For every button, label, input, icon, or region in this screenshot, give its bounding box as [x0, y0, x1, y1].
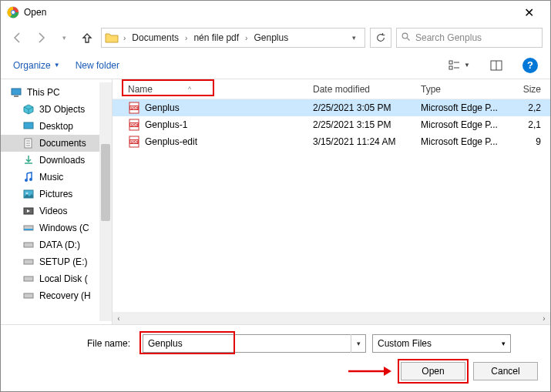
svg-point-3 — [402, 33, 408, 39]
scrollbar-thumb[interactable] — [101, 144, 110, 221]
view-options-button[interactable]: ▼ — [449, 56, 470, 75]
videos-icon — [22, 205, 35, 217]
svg-rect-20 — [24, 276, 33, 281]
tree-this-pc[interactable]: This PC — [1, 84, 112, 101]
svg-rect-7 — [12, 89, 21, 95]
filename-label: File name: — [13, 338, 136, 349]
tree-documents[interactable]: Documents — [1, 135, 112, 152]
up-button[interactable] — [78, 28, 96, 47]
column-headers[interactable]: Name^ Date modified Type Size — [113, 79, 550, 99]
drive-icon — [22, 222, 35, 234]
svg-text:PDF: PDF — [130, 106, 138, 110]
file-row[interactable]: PDFGenplus-1 2/25/2021 3:15 PM Microsoft… — [113, 116, 550, 133]
tree-desktop[interactable]: Desktop — [1, 118, 112, 135]
tree-data-d[interactable]: DATA (D:) — [1, 236, 112, 253]
pdf-icon: PDF — [128, 136, 140, 148]
organize-button[interactable]: Organize▼ — [13, 60, 60, 71]
tree-3d-objects[interactable]: 3D Objects — [1, 101, 112, 118]
column-size[interactable]: Size — [513, 84, 550, 95]
tree-pictures[interactable]: Pictures — [1, 186, 112, 203]
svg-rect-9 — [24, 122, 33, 129]
chevron-right-icon[interactable]: › — [183, 34, 189, 42]
svg-rect-21 — [24, 293, 33, 298]
tree-setup-e[interactable]: SETUP (E:) — [1, 253, 112, 270]
folder-icon — [105, 31, 119, 45]
refresh-button[interactable] — [370, 28, 391, 48]
svg-rect-17 — [24, 229, 33, 230]
breadcrumb-current[interactable]: Genplus — [252, 32, 290, 43]
pc-icon — [10, 86, 22, 99]
chevron-down-icon: ▾ — [502, 340, 506, 347]
help-button[interactable]: ? — [522, 58, 538, 73]
horizontal-scrollbar[interactable]: ‹ › — [113, 312, 550, 324]
chevron-down-icon: ▼ — [464, 62, 470, 69]
svg-point-11 — [25, 179, 28, 182]
file-list[interactable]: PDFGenplus 2/25/2021 3:05 PM Microsoft E… — [113, 99, 550, 312]
svg-rect-8 — [14, 95, 18, 97]
pictures-icon — [22, 188, 35, 200]
downloads-icon — [22, 154, 35, 166]
file-row[interactable]: PDFGenplus 2/25/2021 3:05 PM Microsoft E… — [113, 99, 550, 116]
forward-button[interactable] — [32, 28, 50, 47]
sort-asc-icon: ^ — [188, 85, 191, 93]
breadcrumb-folder[interactable]: nén file pdf — [192, 32, 240, 43]
column-date[interactable]: Date modified — [313, 84, 421, 95]
address-dropdown-icon[interactable]: ▾ — [346, 30, 361, 45]
annotation-arrow — [347, 364, 393, 379]
column-type[interactable]: Type — [421, 84, 513, 95]
chevron-down-icon: ▼ — [54, 62, 60, 69]
column-name[interactable]: Name^ — [113, 84, 313, 95]
address-bar[interactable]: › Documents › nén file pdf › Genplus ▾ — [101, 28, 365, 48]
file-row[interactable]: PDFGenplus-edit 3/15/2021 11:24 AM Micro… — [113, 133, 550, 150]
file-type-filter[interactable]: Custom Files▾ — [372, 334, 511, 353]
preview-pane-button[interactable] — [485, 56, 507, 75]
chevron-right-icon[interactable]: › — [244, 34, 249, 42]
svg-point-2 — [12, 11, 15, 14]
drive-icon — [22, 290, 35, 302]
svg-rect-19 — [24, 260, 33, 264]
music-icon — [22, 171, 35, 183]
dialog-title: Open — [24, 7, 46, 18]
new-folder-button[interactable]: New folder — [76, 60, 119, 71]
pdf-icon: PDF — [128, 119, 140, 131]
close-button[interactable]: ✕ — [513, 2, 544, 23]
svg-text:PDF: PDF — [130, 122, 138, 127]
tree-downloads[interactable]: Downloads — [1, 152, 112, 169]
tree-scrollbar[interactable] — [99, 82, 112, 321]
recent-dropdown-icon[interactable]: ▾ — [55, 28, 73, 47]
back-button[interactable] — [8, 28, 27, 47]
drive-icon — [22, 273, 35, 285]
desktop-icon — [22, 120, 35, 132]
tree-windows-c[interactable]: Windows (C — [1, 219, 112, 236]
svg-rect-18 — [24, 243, 33, 247]
drive-icon — [22, 239, 35, 251]
svg-point-12 — [29, 178, 32, 181]
tree-videos[interactable]: Videos — [1, 203, 112, 219]
filename-input[interactable] — [143, 334, 366, 353]
breadcrumb-documents[interactable]: Documents — [130, 32, 180, 43]
search-input[interactable]: Search Genplus — [396, 28, 543, 48]
svg-rect-4 — [449, 61, 452, 64]
search-placeholder: Search Genplus — [415, 32, 482, 43]
drive-icon — [22, 256, 35, 268]
svg-rect-5 — [449, 66, 452, 69]
svg-text:PDF: PDF — [130, 139, 138, 144]
filename-dropdown-icon[interactable]: ▾ — [351, 334, 366, 353]
scroll-left-icon[interactable]: ‹ — [113, 312, 125, 324]
app-icon — [7, 6, 19, 18]
search-icon — [401, 32, 411, 44]
tree-music[interactable]: Music — [1, 169, 112, 186]
cube-icon — [22, 103, 35, 116]
tree-recovery[interactable]: Recovery (H — [1, 287, 112, 304]
chevron-right-icon[interactable]: › — [122, 34, 127, 42]
documents-icon — [22, 137, 35, 149]
scroll-right-icon[interactable]: › — [538, 312, 550, 324]
cancel-button[interactable]: Cancel — [473, 362, 538, 380]
navigation-tree[interactable]: This PC 3D Objects Desktop Documents Dow… — [1, 79, 113, 324]
pdf-icon: PDF — [128, 102, 140, 114]
tree-local-disk[interactable]: Local Disk ( — [1, 270, 112, 287]
open-button[interactable]: Open — [401, 362, 465, 380]
